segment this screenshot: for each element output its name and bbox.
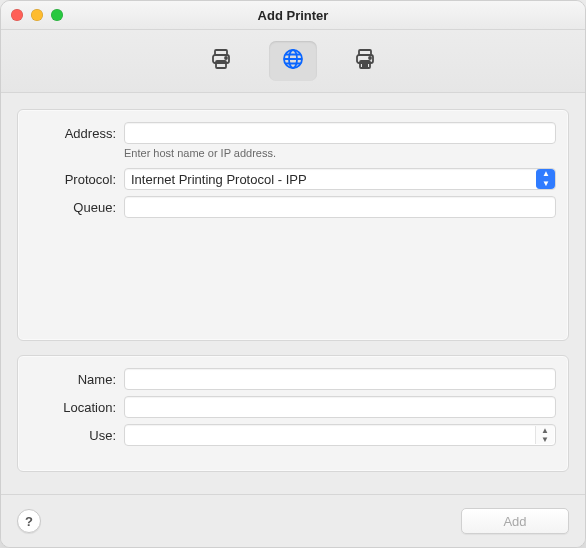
printer-advanced-icon [353,47,377,75]
address-hint: Enter host name or IP address. [18,144,568,164]
minimize-window-button[interactable] [31,9,43,21]
location-label: Location: [18,400,124,415]
use-label: Use: [18,428,124,443]
add-button-label: Add [503,514,526,529]
connection-panel: Address: Enter host name or IP address. … [17,109,569,341]
window-controls [11,1,63,29]
globe-icon [281,47,305,75]
tab-ip-printer[interactable] [269,41,317,81]
svg-rect-2 [216,61,226,68]
add-printer-window: Add Printer [0,0,586,548]
name-label: Name: [18,372,124,387]
location-input[interactable] [124,396,556,418]
address-label: Address: [18,126,124,141]
svg-point-3 [225,57,227,59]
name-input[interactable] [124,368,556,390]
description-panel: Name: Location: Use: ▲ ▼ [17,355,569,472]
toolbar [1,30,585,93]
window-title: Add Printer [258,8,329,23]
svg-point-12 [369,57,371,59]
close-window-button[interactable] [11,9,23,21]
chevron-up-down-icon: ▲ ▼ [535,426,554,444]
printer-icon [209,47,233,75]
protocol-value: Internet Printing Protocol - IPP [131,172,533,187]
tab-windows-printer[interactable] [341,41,389,81]
title-bar: Add Printer [1,1,585,30]
tab-default-printer[interactable] [197,41,245,81]
protocol-label: Protocol: [18,172,124,187]
footer: ? Add [1,494,585,547]
use-select[interactable]: ▲ ▼ [124,424,556,446]
zoom-window-button[interactable] [51,9,63,21]
queue-label: Queue: [18,200,124,215]
address-input[interactable] [124,122,556,144]
chevron-up-down-icon: ▲ ▼ [536,169,555,189]
queue-input[interactable] [124,196,556,218]
protocol-select[interactable]: Internet Printing Protocol - IPP ▲ ▼ [124,168,556,190]
help-icon: ? [25,514,33,529]
help-button[interactable]: ? [17,509,41,533]
content-area: Address: Enter host name or IP address. … [1,93,585,547]
add-button[interactable]: Add [461,508,569,534]
